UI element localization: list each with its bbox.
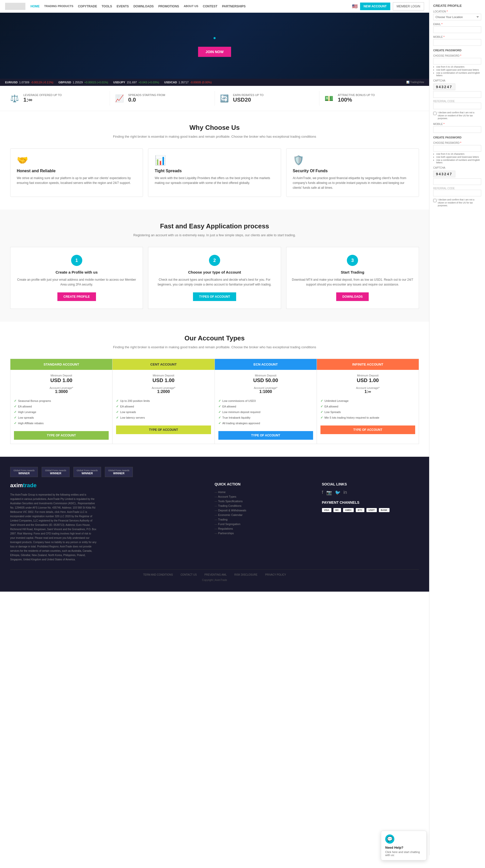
feature-item: All trading strategies approved bbox=[218, 421, 313, 426]
footer-link[interactable]: Tools Specifications bbox=[215, 499, 312, 503]
award-2: Global Forex AwardsWINNER bbox=[42, 467, 69, 477]
facebook-icon[interactable]: f bbox=[322, 490, 323, 495]
instagram-icon[interactable]: 📷 bbox=[326, 490, 332, 495]
feature-item: Unlimited Leverage bbox=[320, 398, 415, 404]
leverage-icon: ⚖️ bbox=[10, 94, 20, 103]
hint-3: Use a combination of numbers and English… bbox=[436, 72, 481, 77]
footer-link[interactable]: Partnerships bbox=[215, 531, 312, 535]
award-3: Global Forex AwardsWINNER bbox=[73, 467, 101, 477]
feature-leverage: ⚖️ LEVERAGE OFFERED UP TO 1:∞ bbox=[5, 91, 110, 106]
infinite-deposit: USD 1.00 bbox=[320, 377, 415, 383]
sidebar-form: CREATE PROFILE LOCATION * Choose Your Lo… bbox=[429, 0, 485, 855]
price-usdjpy: 151.697 bbox=[127, 81, 137, 84]
nav-contest[interactable]: CONTEST bbox=[203, 5, 217, 8]
declare-text-2: I declare and confirm that I am not a ci… bbox=[438, 198, 481, 207]
process-card-1: 1 Create a Profile with us Create an pro… bbox=[10, 247, 143, 309]
feature-rebates: 🔄 EARN REBATES UP TO USD20 bbox=[215, 91, 320, 106]
footer-terms[interactable]: TERM AND CONDITIONS bbox=[143, 574, 173, 576]
footer-link[interactable]: Trading bbox=[215, 517, 312, 522]
footer-description: The AximTrade Group is represented by th… bbox=[10, 493, 96, 562]
process-subtitle: Registering an account with us is extrem… bbox=[10, 233, 419, 238]
feature-item: Low minimum deposit required bbox=[218, 409, 313, 415]
footer-privacy[interactable]: PRIVACY POLICY bbox=[265, 574, 286, 576]
infinite-leverage-label: Account Leverage* bbox=[320, 386, 415, 390]
ecn-type-button[interactable]: TYPE OF ACCOUNT bbox=[218, 431, 313, 440]
cent-leverage-label: Account Leverage* bbox=[116, 386, 211, 390]
bonus-icon: 💵 bbox=[325, 94, 335, 103]
email-label: EMAIL * bbox=[433, 23, 481, 26]
ecn-leverage-label: Account Leverage* bbox=[218, 386, 313, 390]
footer-link[interactable]: Economic Calendar bbox=[215, 513, 312, 517]
captcha-input[interactable] bbox=[433, 91, 481, 98]
new-account-button[interactable]: NEW ACCOUNT bbox=[360, 3, 390, 10]
footer-link[interactable]: Trading Conditions bbox=[215, 503, 312, 508]
email-input[interactable] bbox=[433, 26, 481, 33]
footer-link[interactable]: Home bbox=[215, 490, 312, 494]
captcha-input-2[interactable] bbox=[433, 178, 481, 185]
ecn-deposit-label: Minimum Deposit bbox=[218, 374, 313, 377]
award-title: WINNER bbox=[13, 472, 35, 475]
create-profile-button[interactable]: CREATE PROFILE bbox=[57, 292, 96, 301]
member-login-button[interactable]: MEMBER LOGIN bbox=[393, 2, 424, 10]
step-text-1: Create an profile with just your email a… bbox=[15, 277, 138, 287]
security-text: At AximTrade, we practice good financial… bbox=[293, 176, 412, 190]
declare-checkbox-2[interactable] bbox=[433, 199, 437, 202]
why-choose-section: Why Choose Us Finding the right broker i… bbox=[0, 111, 429, 210]
nav-tools[interactable]: TOOLS bbox=[102, 5, 112, 8]
downloads-button[interactable]: DOWNLOADS bbox=[336, 292, 369, 301]
nav-copytrade[interactable]: COPYTRADE bbox=[78, 5, 97, 8]
nav-trading-products[interactable]: TRADING PRODUCTS bbox=[44, 5, 73, 8]
password-input[interactable] bbox=[433, 58, 481, 64]
footer-risk[interactable]: RISK DISCLOSURE bbox=[234, 574, 257, 576]
cent-type-button[interactable]: TYPE OF ACCOUNT bbox=[116, 426, 211, 434]
payment-visa: VISA bbox=[322, 508, 331, 512]
infinite-type-button[interactable]: TYPE OF ACCOUNT bbox=[320, 426, 415, 434]
chat-widget[interactable]: 💬 Need Help? Click here and start chatti… bbox=[381, 831, 427, 855]
footer-link[interactable]: Account Types bbox=[215, 494, 312, 499]
referral-input[interactable] bbox=[433, 103, 481, 109]
feature-item: Low Spreads bbox=[320, 409, 415, 415]
footer-contact[interactable]: CONTACT US bbox=[181, 574, 197, 576]
types-of-account-button[interactable]: TYPES OF ACCOUNT bbox=[193, 292, 236, 301]
linkedin-icon[interactable]: in bbox=[344, 490, 347, 495]
hint-3b: Use a combination of numbers and English… bbox=[436, 159, 481, 164]
feature-item: Seasonal Bonus programs bbox=[14, 398, 109, 404]
footer-bottom: TERM AND CONDITIONS CONTACT US PREVENTIN… bbox=[10, 569, 419, 576]
password-input-2[interactable] bbox=[433, 145, 481, 152]
nav-home[interactable]: HOME bbox=[30, 5, 40, 8]
nav-downloads[interactable]: DOWNLOADS bbox=[133, 5, 154, 8]
ticker-usdjpy: USD/JPY 151.697 +0.043 (+0.03%) bbox=[113, 81, 159, 84]
twitter-icon[interactable]: 🐦 bbox=[335, 490, 341, 495]
footer-link[interactable]: Regulations bbox=[215, 526, 312, 531]
cent-header: CENT ACCOUNT bbox=[112, 359, 214, 370]
declare-checkbox[interactable] bbox=[433, 112, 437, 115]
declare-text: I declare and confirm that I am not a ci… bbox=[438, 111, 481, 120]
mobile2-input[interactable] bbox=[433, 126, 481, 133]
feature-item: Low latency servers bbox=[116, 415, 211, 421]
account-standard: STANDARD ACCOUNT Minimum Deposit USD 1.0… bbox=[10, 359, 112, 444]
mobile-label: MOBILE * bbox=[433, 36, 481, 38]
nav-partnerships[interactable]: PARTNERSHIPS bbox=[222, 5, 246, 8]
footer-link[interactable]: Deposit & Withdrawals bbox=[215, 508, 312, 513]
features-bar: ⚖️ LEVERAGE OFFERED UP TO 1:∞ 📈 SPREADS … bbox=[0, 86, 429, 111]
location-select[interactable]: Choose Your LocationUnited StatesUnited … bbox=[433, 14, 481, 20]
ticker-gbpusd: GBP/USD 1.25529 +0.00015 (+0.01%) bbox=[58, 81, 108, 84]
nav-promotions[interactable]: PROMOTIONS bbox=[158, 5, 179, 8]
honest-icon: 🤝 bbox=[17, 155, 136, 166]
standard-type-button[interactable]: TYPE OF ACCOUNT bbox=[14, 431, 109, 440]
bonus-value: 100% bbox=[338, 96, 375, 103]
nav-events[interactable]: EVENTS bbox=[117, 5, 129, 8]
mobile-input[interactable] bbox=[433, 39, 481, 46]
cent-features: Up to 200 position limits EA allowed Low… bbox=[116, 398, 211, 421]
join-now-button[interactable]: JOIN NOW bbox=[198, 47, 231, 57]
nav-about[interactable]: ABOUT US bbox=[184, 5, 198, 8]
feature-item: Low commissions of USD3 bbox=[218, 398, 313, 404]
payment-btc: BTC bbox=[356, 508, 365, 512]
feature-bonus: 💵 ATTRACTIVE BONUS UP TO 100% bbox=[319, 91, 424, 106]
payment-usdt: USDT bbox=[366, 508, 377, 512]
declare-row-2: I declare and confirm that I am not a ci… bbox=[433, 198, 481, 207]
footer-aml[interactable]: PREVENTING AML bbox=[204, 574, 227, 576]
payment-mc: MC bbox=[333, 508, 341, 512]
referral-input-2[interactable] bbox=[433, 190, 481, 196]
footer-link[interactable]: Fund Segregation bbox=[215, 522, 312, 526]
